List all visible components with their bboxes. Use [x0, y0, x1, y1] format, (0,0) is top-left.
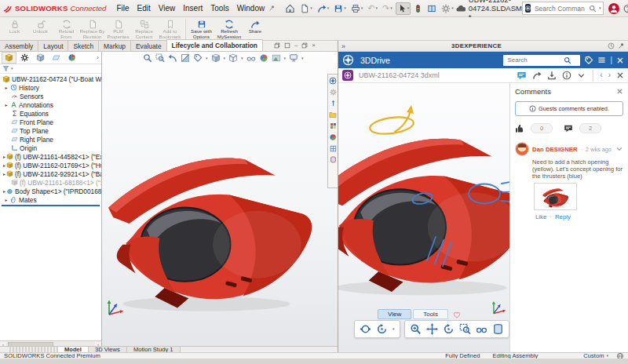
- zoom-area-icon[interactable]: [155, 53, 165, 63]
- print-button[interactable]: ▾: [349, 2, 365, 15]
- tab-3d-views[interactable]: 3D Views: [89, 347, 127, 352]
- menu-insert[interactable]: Insert: [179, 2, 206, 14]
- tab-model[interactable]: Model: [58, 347, 89, 352]
- tab-markup[interactable]: Markup: [98, 40, 131, 51]
- child-cascade-icon[interactable]: [301, 42, 308, 49]
- panel-pin-icon[interactable]: [618, 42, 625, 49]
- 3ds-compass-icon[interactable]: [342, 54, 354, 66]
- taskpane-forum-icon[interactable]: [330, 156, 337, 163]
- tree-item-annotations[interactable]: ▸Annotations: [0, 100, 101, 109]
- ribbon-refresh-mysession-button[interactable]: Refresh MySession: [214, 18, 244, 39]
- command-search-input[interactable]: [533, 4, 586, 13]
- tree-item-body-shape[interactable]: ▸Body Shape<1> ("IPRD00168086"): [0, 187, 101, 195]
- toolbar-caret[interactable]: ▾: [284, 56, 287, 60]
- turntable-mode-icon[interactable]: [376, 323, 388, 335]
- tab-property-manager[interactable]: [17, 52, 32, 64]
- taskpane-file-explorer-icon[interactable]: [329, 111, 337, 118]
- tab-configuration-manager[interactable]: [33, 52, 48, 64]
- prev-doc-icon[interactable]: ‹: [600, 71, 602, 79]
- rotate-icon[interactable]: [443, 323, 455, 335]
- previous-view-icon[interactable]: [168, 53, 177, 63]
- tree-item-component-battery[interactable]: ▸(f) UBW-21162-92921<1> ("Battery S: [0, 169, 101, 178]
- doc-close-icon[interactable]: [616, 71, 624, 79]
- taskpane-appearances-icon[interactable]: [329, 133, 337, 141]
- help-icon[interactable]: [623, 4, 628, 13]
- annotation-views-icon[interactable]: [193, 53, 203, 63]
- open-button[interactable]: ▾: [316, 2, 331, 15]
- comments-close-icon[interactable]: [616, 88, 623, 95]
- child-maximize-icon[interactable]: [284, 42, 290, 49]
- fit-view-icon[interactable]: [476, 323, 487, 335]
- comments-toggle-icon[interactable]: [517, 71, 527, 81]
- tab-layout[interactable]: Layout: [38, 40, 68, 51]
- child-close-icon[interactable]: ×: [312, 42, 316, 49]
- share-doc-icon[interactable]: [532, 71, 542, 80]
- tab-lifecycle-collaboration[interactable]: Lifecycle and Collaboration: [166, 39, 263, 51]
- display-style-icon[interactable]: [228, 53, 238, 63]
- tab-sketch[interactable]: Sketch: [68, 40, 99, 51]
- main-3d-viewport[interactable]: ▾ ▾ ▾ ▾ ▾: [102, 52, 338, 346]
- hamburger-menu-icon[interactable]: [597, 56, 606, 64]
- taskpane-design-library-icon[interactable]: [330, 100, 337, 107]
- app-close-icon[interactable]: [616, 56, 624, 64]
- tree-root[interactable]: UBW-21162-04724 ("U-Boat Worx NEMO: [0, 75, 101, 83]
- panel-search-input[interactable]: [506, 56, 562, 64]
- tree-item-front-plane[interactable]: Front Plane: [0, 118, 101, 126]
- view-orientation-icon[interactable]: [211, 53, 221, 63]
- like-count-icon[interactable]: [515, 124, 524, 133]
- tab-evaluate[interactable]: Evaluate: [130, 40, 167, 51]
- info-icon[interactable]: [562, 71, 571, 80]
- taskpane-3dexperience-icon[interactable]: [329, 77, 337, 85]
- next-doc-icon[interactable]: ›: [608, 71, 611, 79]
- panel-search-icon[interactable]: [564, 56, 571, 64]
- zoom-window-icon[interactable]: [459, 323, 471, 335]
- save-button[interactable]: ▾: [332, 2, 348, 15]
- search-caret[interactable]: ▾: [599, 6, 601, 10]
- render-database-icon[interactable]: [492, 323, 504, 335]
- tree-item-component-shape-suppressed[interactable]: (f) UBW-21161-68188<1> ("Shape B: [0, 178, 101, 187]
- toolbar-caret[interactable]: ▾: [224, 56, 226, 60]
- filter-icon[interactable]: [2, 65, 9, 72]
- reply-link[interactable]: Reply: [555, 213, 571, 220]
- child-restore-icon[interactable]: [274, 42, 280, 49]
- tree-item-top-plane[interactable]: Top Plane: [0, 126, 101, 135]
- pan-icon[interactable]: [426, 323, 438, 335]
- edit-appearance-icon[interactable]: [259, 53, 268, 63]
- more-chevron-icon[interactable]: [577, 71, 586, 80]
- panel-autohide-icon[interactable]: [608, 42, 615, 49]
- lifecycle-status-button[interactable]: [412, 2, 424, 15]
- zoom-in-icon[interactable]: [410, 323, 422, 335]
- menu-pin-icon[interactable]: [268, 5, 276, 12]
- comment-author[interactable]: Dan DESIGNER: [532, 146, 578, 153]
- units-caret[interactable]: ▾: [606, 354, 608, 358]
- tree-item-component-human[interactable]: ▸(f) UBW-21162-01769<1> ("Human I: [0, 161, 101, 169]
- split-panes-button[interactable]: [425, 2, 438, 15]
- tree-item-equations[interactable]: Equations: [0, 109, 101, 118]
- ribbon-share-button[interactable]: Share: [244, 18, 266, 35]
- select-tool-button[interactable]: ▾: [396, 2, 411, 15]
- options-button[interactable]: ▾: [440, 2, 455, 15]
- taskpane-custom-properties-icon[interactable]: [330, 145, 337, 152]
- tab-dimxpert[interactable]: [49, 52, 64, 64]
- menu-view[interactable]: View: [155, 2, 180, 14]
- home-button[interactable]: [283, 2, 297, 15]
- toolbar-caret[interactable]: ▾: [241, 56, 243, 60]
- tree-item-sensors[interactable]: Sensors: [0, 92, 101, 100]
- new-document-button[interactable]: ▾: [298, 2, 314, 15]
- taskpane-view-palette-icon[interactable]: [330, 122, 337, 129]
- taskpane-settings-icon[interactable]: [330, 89, 337, 96]
- orbit-mode-icon[interactable]: [360, 323, 371, 335]
- download-icon[interactable]: [547, 71, 557, 80]
- tag-icon[interactable]: [584, 56, 593, 65]
- tree-item-origin[interactable]: Origin: [0, 144, 101, 152]
- tab-strip-overflow[interactable]: ›: [97, 54, 99, 61]
- menu-tools[interactable]: Tools: [206, 2, 232, 14]
- tab-splitter-handle[interactable]: [9, 347, 58, 352]
- hide-show-items-icon[interactable]: [246, 53, 256, 63]
- comment-collapse-icon[interactable]: [615, 145, 623, 153]
- 3dplay-viewer[interactable]: View Tools ▾: [338, 83, 509, 352]
- menu-file[interactable]: File: [112, 2, 133, 14]
- user-avatar[interactable]: [608, 3, 619, 14]
- tree-item-history[interactable]: ▸History: [0, 83, 101, 92]
- tab-feature-tree[interactable]: [2, 52, 16, 64]
